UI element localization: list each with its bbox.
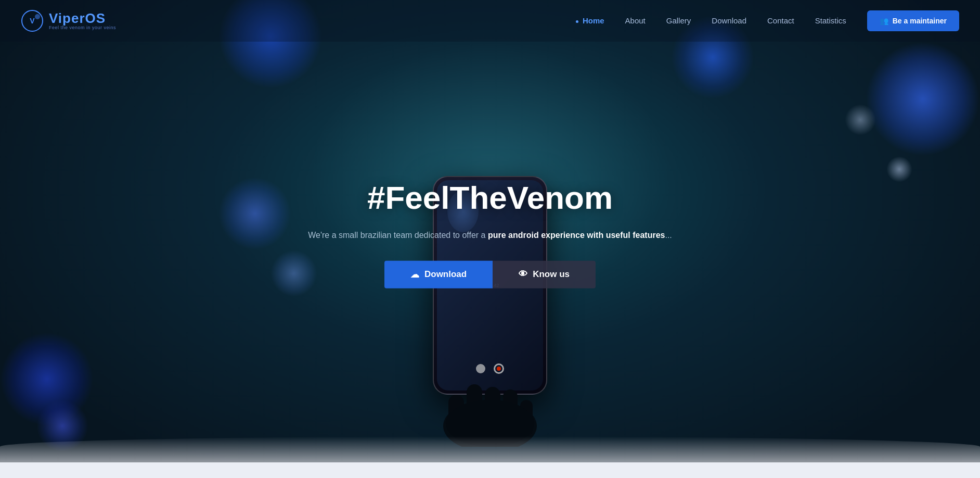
maintainer-label: Be a maintainer [893, 17, 947, 25]
nav-link-download[interactable]: Download [712, 16, 746, 25]
knowus-button[interactable]: 👁 Know us [493, 260, 596, 288]
hand-svg [417, 343, 563, 447]
nav-link-about[interactable]: About [625, 16, 646, 25]
slider-dots [476, 363, 504, 374]
hero-content: #FeelTheVenom We're a small brazilian te… [308, 179, 672, 288]
slider-dot-2[interactable] [494, 363, 504, 374]
nav-item-gallery[interactable]: Gallery [666, 16, 691, 26]
svg-point-2 [35, 14, 40, 19]
knowus-label: Know us [533, 269, 570, 280]
hero-title: #FeelTheVenom [308, 179, 672, 216]
logo-icon: V [21, 9, 44, 32]
nav-links: Home About Gallery Download Contact Stat… [576, 16, 846, 26]
nav-item-home[interactable]: Home [576, 16, 604, 26]
nav-item-contact[interactable]: Contact [767, 16, 794, 26]
logo-title: ViperOS [49, 11, 116, 25]
bottom-white [0, 462, 980, 478]
slider-dot-1[interactable] [476, 364, 485, 373]
logo-text: ViperOS Feel the venom in your veins [49, 11, 116, 30]
nav-link-gallery[interactable]: Gallery [666, 16, 691, 25]
nav-link-statistics[interactable]: Statistics [815, 16, 846, 25]
logo[interactable]: V ViperOS Feel the venom in your veins [21, 9, 116, 32]
logo-subtitle: Feel the venom in your veins [49, 25, 116, 30]
download-button[interactable]: ☁ Download [384, 260, 493, 288]
nav-active-dot [576, 20, 578, 23]
download-label: Download [424, 269, 467, 280]
nav-item-statistics[interactable]: Statistics [815, 16, 846, 26]
maintainer-button[interactable]: 👥 Be a maintainer [867, 10, 959, 31]
hero-section: V ViperOS Feel the venom in your veins H… [0, 0, 980, 478]
eye-icon: 👁 [519, 269, 527, 280]
nav-link-home[interactable]: Home [576, 16, 604, 25]
maintainer-icon: 👥 [880, 17, 888, 25]
download-icon: ☁ [410, 269, 419, 280]
navbar: V ViperOS Feel the venom in your veins H… [0, 0, 980, 42]
nav-item-about[interactable]: About [625, 16, 646, 26]
nav-link-contact[interactable]: Contact [767, 16, 794, 25]
hand-silhouette [417, 343, 563, 447]
hero-subtitle: We're a small brazilian team dedicated t… [308, 229, 672, 242]
hero-buttons: ☁ Download 👁 Know us [308, 260, 672, 288]
nav-item-download[interactable]: Download [712, 16, 746, 26]
svg-text:V: V [30, 17, 35, 25]
